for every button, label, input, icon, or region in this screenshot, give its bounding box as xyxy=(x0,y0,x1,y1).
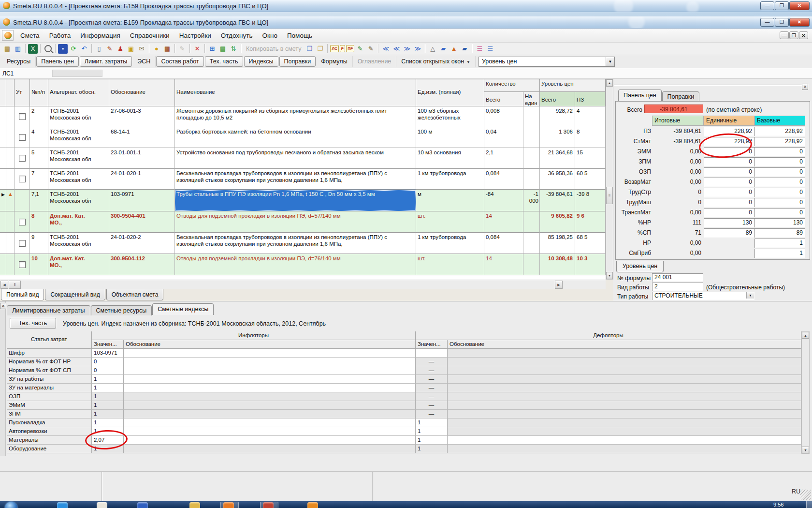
tab-9[interactable]: Оглавление xyxy=(353,56,397,67)
price-total-cell[interactable]: 85 198,25 xyxy=(540,233,575,254)
inflator-basis-cell[interactable] xyxy=(124,384,416,392)
quantity-per-unit-cell[interactable] xyxy=(523,106,540,127)
app-menu-button[interactable] xyxy=(2,30,14,41)
language-indicator[interactable]: RU xyxy=(792,488,800,495)
deflator-basis-cell[interactable] xyxy=(448,366,801,375)
inflator-value-cell[interactable]: 1 xyxy=(92,392,124,401)
move-updown-icon[interactable]: ⇅ xyxy=(229,44,238,54)
tab-price-level[interactable]: Уровень цен xyxy=(616,261,664,272)
chevron-down-icon[interactable]: ▼ xyxy=(606,57,614,66)
app-blue-icon[interactable] xyxy=(137,502,148,508)
scroll-right-icon[interactable]: ▶ xyxy=(555,281,563,289)
inflator-value-cell[interactable]: 1 xyxy=(92,375,124,384)
ie-icon[interactable] xyxy=(57,502,68,508)
basis-code-cell[interactable]: 300-9504-401 xyxy=(109,211,175,233)
deflator-basis-cell[interactable] xyxy=(448,436,801,445)
inflator-value-cell[interactable]: 1 xyxy=(92,384,124,392)
unit-cell[interactable]: шт. xyxy=(416,211,484,233)
quantity-per-unit-cell[interactable] xyxy=(523,169,540,190)
inflator-basis-cell[interactable] xyxy=(124,418,416,427)
deflator-basis-cell[interactable] xyxy=(448,445,801,453)
unit-cell[interactable]: 100 м3 сборных железобетонных xyxy=(416,106,484,127)
approve-checkbox-cell[interactable] xyxy=(14,211,30,233)
unit-cell[interactable]: 1 км трубопровода xyxy=(416,233,484,254)
price-unit-value[interactable]: 0 xyxy=(704,208,754,217)
resources-icon[interactable]: ▦ xyxy=(162,44,172,54)
row-indicator[interactable] xyxy=(0,106,6,127)
view-tab-0[interactable]: Полный вид xyxy=(1,289,44,300)
row-number-cell[interactable]: 7 xyxy=(30,169,48,190)
inflator-basis-cell[interactable] xyxy=(124,349,416,358)
menu-item-2[interactable]: Информация xyxy=(75,30,125,41)
work-name-cell[interactable]: Жемонтаж дорожных покрытий из сборных пр… xyxy=(175,106,416,127)
deflator-basis-cell[interactable] xyxy=(448,401,801,410)
mdi-restore-button[interactable]: ❐ xyxy=(789,31,798,39)
unit-cell[interactable]: 10 м3 основания xyxy=(416,148,484,169)
price-total-cell[interactable]: 928,72 xyxy=(540,106,575,127)
delete-icon[interactable]: ✕ xyxy=(192,44,202,54)
inflator-basis-cell[interactable] xyxy=(124,366,416,375)
save-icon[interactable]: ▪ xyxy=(58,44,68,54)
work-kind-field[interactable]: 2 xyxy=(652,283,703,291)
alt-basis-cell[interactable]: ТСНБ-2001Московская обл xyxy=(48,233,109,254)
pr-doc-icon[interactable]: ПР xyxy=(346,45,354,52)
money-icon[interactable]: ● xyxy=(152,44,161,54)
deflator-value-cell[interactable] xyxy=(416,349,448,358)
quantity-cell[interactable]: 2,1 xyxy=(484,148,523,169)
row-indicator[interactable] xyxy=(0,169,6,190)
row-icon-cell[interactable] xyxy=(6,127,14,148)
tab-0[interactable]: Ресурсы xyxy=(2,56,36,67)
row-icon-cell[interactable] xyxy=(6,169,14,190)
formula-field[interactable]: 24 001 xyxy=(652,273,703,282)
inflator-value-cell[interactable]: 103-0971 xyxy=(92,349,124,358)
deflator-basis-cell[interactable] xyxy=(448,384,801,392)
doc-app-icon[interactable] xyxy=(263,502,274,508)
inflator-value-cell[interactable]: 0 xyxy=(92,366,124,375)
approve-checkbox[interactable] xyxy=(19,155,26,162)
quantity-per-unit-cell[interactable] xyxy=(523,127,540,148)
deflator-value-cell[interactable]: — xyxy=(416,401,448,410)
estimate-row-7[interactable]: 7ТСНБ-2001Московская обл24-01-020-1Беска… xyxy=(0,169,606,190)
price-base-value[interactable]: 0 xyxy=(754,167,805,177)
price-unit-value[interactable]: 89 xyxy=(704,228,754,238)
price-unit-value[interactable]: 0 xyxy=(704,167,754,177)
mdi-close-button[interactable]: ✕ xyxy=(799,31,808,39)
inflator-basis-cell[interactable] xyxy=(124,375,416,384)
view-tab-1[interactable]: Сокращенный вид xyxy=(45,289,105,300)
restore-button[interactable]: ❐ xyxy=(775,18,789,27)
price-base-value[interactable]: 0 xyxy=(754,208,805,217)
search-icon[interactable] xyxy=(43,44,53,54)
level-left2-icon[interactable]: ≫ xyxy=(413,44,422,54)
row-indicator[interactable] xyxy=(0,148,6,169)
estimate-row-10[interactable]: 10Доп.мат. Кат.МО.,300-9504-112Отводы дл… xyxy=(0,254,606,275)
edit-disabled-icon[interactable]: ✎ xyxy=(177,44,187,54)
layers-blue-icon[interactable]: ☰ xyxy=(485,44,495,54)
approve-checkbox-cell[interactable] xyxy=(14,233,30,254)
price-base-value[interactable]: 0 xyxy=(754,147,805,156)
outline-add-icon[interactable]: ▥ xyxy=(13,44,23,54)
row-number-cell[interactable]: 4 xyxy=(30,127,48,148)
row-icon-cell[interactable] xyxy=(6,148,14,169)
price-total-cell[interactable]: 36 958,36 xyxy=(540,169,575,190)
alt-basis-cell[interactable]: ТСНБ-2001Московская обл xyxy=(48,106,109,127)
minimize-button[interactable]: — xyxy=(760,1,774,10)
estimate-row-4[interactable]: 4ТСНБ-2001Московская обл68-14-1Разборка … xyxy=(0,127,606,148)
menu-item-0[interactable]: Смета xyxy=(15,30,44,41)
deflator-value-cell[interactable]: — xyxy=(416,366,448,375)
row-indicator[interactable] xyxy=(0,254,6,275)
tab-2[interactable]: Лимит. затраты xyxy=(80,56,132,67)
price-pz-cell[interactable]: 15 xyxy=(575,148,606,169)
calculator-icon[interactable]: ⊞ xyxy=(207,44,217,54)
row-icon-cell[interactable]: ▲ xyxy=(6,190,14,211)
price-pz-cell[interactable]: 9 6 xyxy=(575,211,606,233)
deflator-basis-cell[interactable] xyxy=(448,358,801,366)
tab-6[interactable]: Индексы xyxy=(244,56,278,67)
inflator-basis-cell[interactable] xyxy=(124,358,416,366)
truck-icon[interactable]: ▰ xyxy=(438,44,448,54)
deflator-basis-cell[interactable] xyxy=(448,375,801,384)
outline-icon[interactable]: ▤ xyxy=(2,44,12,54)
copy-icon[interactable]: ❐ xyxy=(304,44,314,54)
deflator-value-cell[interactable]: — xyxy=(416,392,448,401)
price-base-value[interactable]: 89 xyxy=(754,228,805,238)
inflator-basis-cell[interactable] xyxy=(124,401,416,410)
